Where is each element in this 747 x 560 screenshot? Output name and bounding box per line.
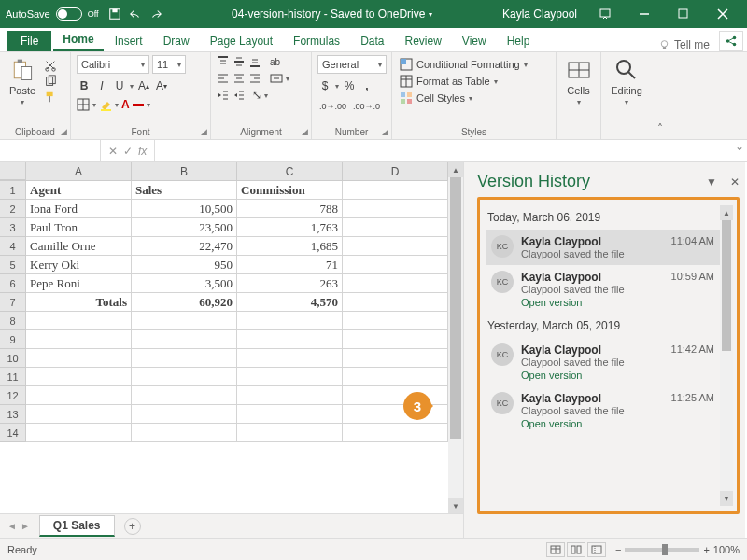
- cell[interactable]: [26, 312, 132, 330]
- comma-icon[interactable]: ,: [359, 77, 374, 94]
- cell[interactable]: Totals: [26, 293, 132, 312]
- paste-button[interactable]: Paste ▾: [6, 55, 39, 108]
- decrease-decimal-icon[interactable]: .00→.0: [351, 98, 382, 115]
- cell[interactable]: Pepe Roni: [26, 274, 132, 293]
- merge-icon[interactable]: [270, 72, 283, 85]
- cell[interactable]: [132, 349, 237, 368]
- cell[interactable]: [26, 386, 132, 405]
- cell[interactable]: [237, 405, 343, 424]
- tab-formulas[interactable]: Formulas: [284, 31, 349, 51]
- prev-sheet-icon[interactable]: ◄: [7, 521, 17, 531]
- row-header[interactable]: 5: [0, 256, 26, 274]
- cell[interactable]: 60,920: [132, 293, 237, 312]
- cell[interactable]: Agent: [26, 181, 132, 200]
- number-format-select[interactable]: General▾: [317, 55, 387, 74]
- minimize-icon[interactable]: [626, 1, 663, 27]
- currency-icon[interactable]: $: [317, 77, 332, 94]
- collapse-ribbon-icon[interactable]: ˄: [652, 52, 669, 139]
- cell[interactable]: [26, 330, 132, 349]
- tab-review[interactable]: Review: [395, 31, 450, 51]
- open-version-link[interactable]: Open version: [521, 418, 664, 429]
- col-header[interactable]: C: [237, 162, 343, 180]
- dialog-launcher-icon[interactable]: ◢: [382, 127, 388, 136]
- row-header[interactable]: 8: [0, 312, 26, 330]
- row-header[interactable]: 13: [0, 405, 26, 424]
- open-version-link[interactable]: Open version: [521, 370, 664, 381]
- autosave-toggle[interactable]: AutoSave Off: [6, 7, 99, 21]
- percent-icon[interactable]: %: [342, 77, 357, 94]
- col-header[interactable]: D: [343, 162, 448, 180]
- cell-styles-button[interactable]: Cell Styles▾: [398, 91, 550, 105]
- cell[interactable]: [343, 218, 448, 237]
- cell[interactable]: [237, 368, 343, 386]
- cell[interactable]: [343, 237, 448, 256]
- cell[interactable]: [237, 330, 343, 349]
- row-header[interactable]: 2: [0, 200, 26, 218]
- zoom-slider[interactable]: [625, 548, 699, 552]
- cell[interactable]: [26, 424, 132, 442]
- toggle-off-icon[interactable]: [56, 7, 82, 21]
- scroll-down-icon[interactable]: ▼: [448, 498, 463, 513]
- font-name-select[interactable]: Calibri▾: [77, 55, 149, 74]
- pane-close-icon[interactable]: ✕: [730, 175, 740, 189]
- fx-icon[interactable]: fx: [138, 145, 147, 158]
- cell[interactable]: Paul Tron: [26, 218, 132, 237]
- fill-color-icon[interactable]: [99, 98, 112, 111]
- cancel-formula-icon[interactable]: ✕: [108, 145, 118, 158]
- increase-font-icon[interactable]: A▴: [136, 77, 151, 94]
- decrease-indent-icon[interactable]: [217, 89, 230, 102]
- conditional-formatting-button[interactable]: Conditional Formatting▾: [398, 57, 550, 72]
- sheet-tab-q1[interactable]: Q1 Sales: [39, 515, 115, 537]
- cell[interactable]: 263: [237, 274, 343, 293]
- close-icon[interactable]: [704, 1, 741, 27]
- cell[interactable]: [343, 293, 448, 312]
- col-header[interactable]: B: [132, 162, 237, 180]
- align-middle-icon[interactable]: [233, 55, 246, 68]
- user-name[interactable]: Kayla Claypool: [502, 7, 577, 21]
- align-right-icon[interactable]: [248, 72, 261, 85]
- cell[interactable]: [343, 256, 448, 274]
- row-header[interactable]: 1: [0, 181, 26, 200]
- cell[interactable]: Kerry Oki: [26, 256, 132, 274]
- name-box[interactable]: [0, 140, 101, 161]
- cut-icon[interactable]: [43, 59, 58, 72]
- cell[interactable]: 788: [237, 200, 343, 218]
- cell[interactable]: 71: [237, 256, 343, 274]
- page-break-view-icon[interactable]: [587, 542, 606, 557]
- cells-button[interactable]: Cells▾: [562, 55, 596, 108]
- cell[interactable]: [26, 349, 132, 368]
- cell[interactable]: [343, 330, 448, 349]
- increase-decimal-icon[interactable]: .0→.00: [317, 98, 348, 115]
- cell[interactable]: [132, 368, 237, 386]
- cell[interactable]: Iona Ford: [26, 200, 132, 218]
- cell[interactable]: 1,685: [237, 237, 343, 256]
- tab-home[interactable]: Home: [53, 29, 103, 51]
- cell[interactable]: [132, 312, 237, 330]
- next-sheet-icon[interactable]: ►: [21, 521, 30, 531]
- tab-view[interactable]: View: [453, 31, 496, 51]
- cell[interactable]: [343, 274, 448, 293]
- zoom-in-icon[interactable]: +: [703, 544, 709, 555]
- row-header[interactable]: 10: [0, 349, 26, 368]
- tab-insert[interactable]: Insert: [106, 31, 152, 51]
- cell[interactable]: Sales: [132, 181, 237, 200]
- row-header[interactable]: 12: [0, 386, 26, 405]
- tell-me[interactable]: Tell me: [658, 38, 717, 51]
- align-bottom-icon[interactable]: [248, 55, 261, 68]
- zoom-value[interactable]: 100%: [713, 544, 740, 555]
- align-left-icon[interactable]: [217, 72, 230, 85]
- cell[interactable]: 4,570: [237, 293, 343, 312]
- cell[interactable]: [343, 368, 448, 386]
- cell[interactable]: 3,500: [132, 274, 237, 293]
- expand-formula-icon[interactable]: ⌄: [732, 140, 747, 161]
- tab-page-layout[interactable]: Page Layout: [201, 31, 282, 51]
- row-header[interactable]: 3: [0, 218, 26, 237]
- editing-button[interactable]: Editing▾: [607, 55, 646, 108]
- zoom-control[interactable]: − + 100%: [615, 544, 740, 555]
- tab-draw[interactable]: Draw: [154, 31, 199, 51]
- border-icon[interactable]: [77, 98, 90, 111]
- col-header[interactable]: A: [26, 162, 132, 180]
- maximize-icon[interactable]: [665, 1, 702, 27]
- italic-button[interactable]: I: [94, 77, 109, 94]
- add-sheet-button[interactable]: +: [124, 518, 141, 535]
